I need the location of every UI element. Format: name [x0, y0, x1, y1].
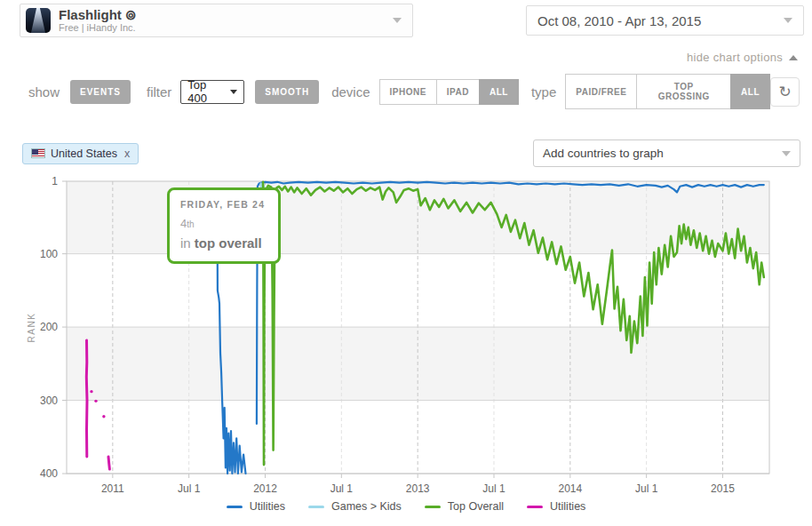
type-segmented-control: PAID/FREE TOP GROSSING ALL [565, 74, 770, 109]
x-tick-label: 2012 [253, 482, 277, 495]
countries-row: United States x Add countries to graph [0, 139, 812, 167]
legend-item-top-overall-2[interactable]: Top Overall [425, 500, 504, 513]
type-label: type [531, 84, 556, 100]
tooltip-date: FRIDAY, FEB 24 [180, 199, 267, 210]
us-flag-icon [31, 148, 45, 158]
add-countries-dropdown[interactable]: Add countries to graph [533, 139, 800, 167]
chevron-up-icon [789, 55, 798, 60]
date-range-value: Oct 08, 2010 - Apr 13, 2015 [537, 13, 701, 28]
chevron-down-icon [782, 151, 791, 156]
refresh-button[interactable]: ↻ [770, 77, 800, 107]
legend-dash-icon [527, 506, 543, 508]
country-tag-united-states[interactable]: United States x [22, 143, 139, 164]
add-countries-placeholder: Add countries to graph [543, 147, 664, 160]
chevron-down-icon [230, 90, 237, 94]
type-all-button[interactable]: ALL [730, 74, 770, 109]
x-tick-label: 2011 [101, 482, 124, 495]
type-topgrossing-button[interactable]: TOP GROSSING [636, 74, 731, 109]
show-label: show [28, 84, 60, 100]
legend-item-games-kids-1[interactable]: Games > Kids [308, 500, 402, 513]
top-bar: Flashlight ⊚ Free | iHandy Inc. Oct 08, … [0, 0, 812, 37]
x-tick-label: 2013 [406, 482, 430, 495]
legend-label: Top Overall [448, 500, 504, 513]
flashlight-app-icon [26, 8, 51, 33]
chart-options-toggle-row: hide chart options [0, 37, 812, 68]
y-tick-label: 400 [40, 467, 58, 480]
legend-dash-icon [425, 506, 441, 508]
chevron-down-icon [784, 18, 792, 23]
filter-select-value: Top 400 [187, 78, 225, 105]
legend-label: Games > Kids [331, 500, 402, 513]
y-tick-label: 300 [40, 394, 58, 407]
series-point [102, 415, 105, 418]
series-point [90, 390, 92, 393]
country-tag-label: United States [51, 147, 117, 160]
series-utilities-3 [86, 340, 87, 457]
series-point [94, 400, 97, 402]
chevron-down-icon [393, 18, 402, 23]
tooltip-rank-suffix: th [187, 219, 194, 229]
x-tick-label: Jul 1 [635, 482, 658, 495]
y-axis-title: RANK [27, 313, 36, 343]
filter-select[interactable]: Top 400 [180, 80, 244, 104]
device-ipad-button[interactable]: IPAD [436, 79, 480, 105]
hide-chart-options-link[interactable]: hide chart options [687, 51, 798, 64]
x-tick-label: Jul 1 [482, 482, 506, 495]
events-button[interactable]: EVENTS [70, 80, 131, 104]
rank-chart[interactable]: 2011Jul 12012Jul 12013Jul 12014Jul 12015… [0, 170, 812, 526]
rank-chart-plot[interactable]: 2011Jul 12012Jul 12013Jul 12014Jul 12015… [0, 170, 812, 526]
refresh-icon: ↻ [778, 83, 791, 100]
legend-label: Utilities [250, 500, 285, 513]
device-iphone-button[interactable]: IPHONE [379, 79, 437, 105]
date-range-picker[interactable]: Oct 08, 2010 - Apr 13, 2015 [526, 5, 804, 36]
smooth-button[interactable]: SMOOTH [255, 80, 319, 104]
series-utilities-3 [108, 457, 109, 469]
app-subtitle: Free | iHandy Inc. [59, 22, 137, 34]
chart-legend: UtilitiesGames > KidsTop OverallUtilitie… [0, 500, 812, 513]
device-all-button[interactable]: ALL [479, 79, 519, 105]
rank-history-page: Flashlight ⊚ Free | iHandy Inc. Oct 08, … [0, 0, 812, 526]
type-paidfree-button[interactable]: PAID/FREE [565, 74, 637, 109]
y-tick-label: 1 [52, 175, 58, 187]
x-tick-label: Jul 1 [178, 482, 201, 495]
device-label: device [331, 84, 370, 100]
legend-dash-icon [227, 506, 243, 508]
tooltip-category: top overall [195, 235, 262, 251]
legend-label: Utilities [550, 500, 585, 513]
legend-dash-icon [308, 506, 324, 508]
x-tick-label: 2014 [558, 482, 582, 495]
legend-item-utilities-3[interactable]: Utilities [527, 500, 585, 513]
app-selector-dropdown[interactable]: Flashlight ⊚ Free | iHandy Inc. [20, 4, 413, 37]
x-tick-label: Jul 1 [330, 482, 354, 495]
y-tick-label: 100 [40, 248, 58, 260]
device-segmented-control: IPHONE IPAD ALL [379, 79, 519, 105]
chart-options-toolbar: show EVENTS filter Top 400 SMOOTH device… [0, 68, 812, 115]
x-tick-label: 2015 [711, 482, 735, 495]
remove-country-icon[interactable]: x [124, 147, 130, 160]
filter-label: filter [147, 84, 171, 100]
chart-tooltip: FRIDAY, FEB 24 4th in top overall [167, 187, 281, 264]
app-title: Flashlight ⊚ [59, 7, 137, 22]
legend-item-utilities-0[interactable]: Utilities [227, 500, 285, 513]
y-tick-label: 200 [40, 321, 58, 333]
